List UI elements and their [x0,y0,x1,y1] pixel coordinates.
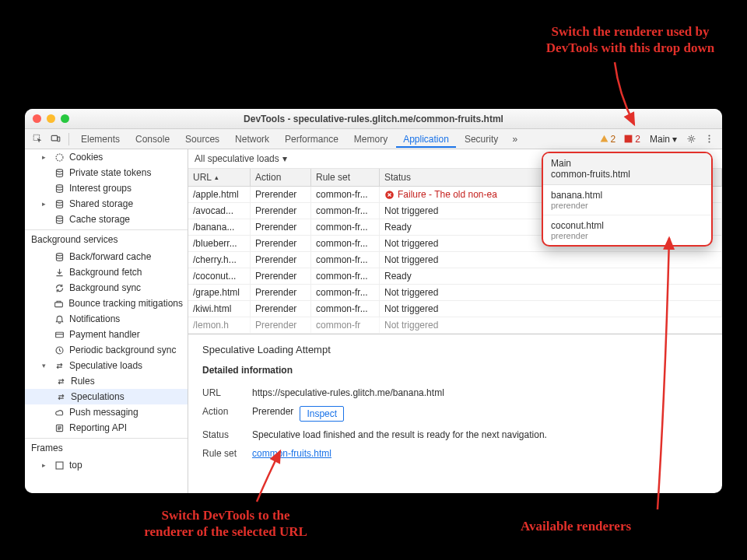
sidebar-item-cache-storage[interactable]: Cache storage [25,212,188,227]
cookies-icon [54,152,65,163]
cell-ruleset: common-fr... [311,285,380,301]
cell-ruleset: common-fr... [311,187,380,203]
titlebar: DevTools - speculative-rules.glitch.me/c… [25,109,722,129]
popup-main-row[interactable]: Main common-fruits.html [543,153,711,185]
sidebar-item-payment-handler[interactable]: Payment handler [25,327,188,342]
cell-action: Prerender [251,203,311,219]
sidebar-item-label: Periodic background sync [69,345,176,355]
tab-console[interactable]: Console [128,131,177,148]
tab-sources[interactable]: Sources [178,131,226,148]
popup-item-sub: prerender [551,201,703,210]
toolbar-divider [68,133,69,145]
sidebar-item-push-messaging[interactable]: Push messaging [25,404,188,420]
more-tabs[interactable]: » [507,132,523,146]
sidebar-item-rules[interactable]: Rules [25,373,188,389]
sidebar-item-interest-groups[interactable]: Interest groups [25,180,188,196]
detail-action-value: Prerender [252,406,293,422]
cell-url: /apple.html [188,187,251,203]
cell-ruleset: common-fr... [311,203,380,219]
popup-item-sub: prerender [551,231,703,240]
bounce-icon [54,299,64,309]
sidebar-item-bounce-tracking-mitigations[interactable]: Bounce tracking mitigations [25,296,188,311]
col-ruleset[interactable]: Rule set [311,169,380,186]
detail-url-label: URL [202,387,246,398]
sync-icon [54,283,65,293]
sidebar-item-back-forward-cache[interactable]: Back/forward cache [25,249,188,264]
errors-badge[interactable]: 2 [620,134,644,145]
tab-network[interactable]: Network [228,131,276,148]
cell-action: Prerender [251,285,311,301]
sidebar-item-cookies[interactable]: ▸Cookies [25,149,188,165]
devtools-toolbar: Elements Console Sources Network Perform… [25,129,722,149]
sidebar-item-background-sync[interactable]: Background sync [25,280,188,296]
sidebar-item-speculative-loads[interactable]: ▾Speculative loads [25,358,188,373]
col-action[interactable]: Action [251,169,311,186]
chevron-down-icon: ▾ [282,153,287,164]
sidebar-item-shared-storage[interactable]: ▸Shared storage [25,196,188,212]
cell-ruleset: common-fr... [311,301,380,317]
tab-application[interactable]: Application [396,131,456,148]
sidebar-item-background-fetch[interactable]: Background fetch [25,264,188,280]
tab-security[interactable]: Security [458,131,505,148]
table-row[interactable]: /grape.htmlPrerendercommon-fr...Not trig… [188,285,722,301]
sidebar-item-label: Interest groups [69,183,132,194]
db-icon [54,184,65,194]
sidebar-item-label: top [69,460,82,471]
cell-url: /kiwi.html [188,301,251,317]
popup-item-name: coconut.html [551,220,703,231]
svg-point-12 [56,215,62,218]
sidebar-item-top[interactable]: ▸top [25,457,188,473]
sidebar-item-private-state-tokens[interactable]: Private state tokens [25,165,188,180]
svg-point-5 [708,135,710,136]
annotation-bottom-right: Available renderers [498,518,654,534]
sidebar-item-label: Rules [71,376,95,387]
cell-url: /cherry.h... [188,252,251,268]
clock-icon [54,345,65,355]
svg-rect-15 [56,332,64,338]
detail-ruleset-label: Rule set [202,448,246,459]
table-row[interactable]: /kiwi.htmlPrerendercommon-fr...Not trigg… [188,301,722,317]
swap-icon [56,392,66,402]
cell-status: Not triggered [380,301,722,317]
sidebar-section-frames: Frames [25,438,188,457]
table-row[interactable]: /cherry.h...Prerendercommon-fr...Not tri… [188,252,722,268]
kebab-menu-icon[interactable] [701,132,717,145]
inspect-button[interactable]: Inspect [300,406,344,422]
svg-rect-14 [55,302,63,306]
svg-point-10 [56,184,62,187]
settings-gear-icon[interactable] [683,132,700,145]
device-mode-icon[interactable] [47,132,64,145]
sidebar-item-speculations[interactable]: Speculations [25,389,188,404]
tab-performance[interactable]: Performance [278,131,345,148]
cell-status: Not triggered [380,252,722,268]
target-dropdown[interactable]: Main ▾ [645,132,682,146]
application-sidebar: ▸CookiesPrivate state tokensInterest gro… [25,149,188,493]
sidebar-item-label: Cache storage [69,214,130,225]
detail-title: Speculative Loading Attempt [202,344,708,355]
inspect-element-icon[interactable] [30,132,46,145]
table-row[interactable]: /coconut...Prerendercommon-fr...Ready [188,268,722,285]
spec-loads-filter[interactable]: All speculative loads ▾ [195,153,287,164]
filter-label: All speculative loads [195,153,279,164]
detail-ruleset-link[interactable]: common-fruits.html [252,448,331,459]
sidebar-section-background-services: Background services [25,229,188,249]
svg-point-11 [56,200,62,202]
tab-elements[interactable]: Elements [74,131,127,148]
popup-main-name: common-fruits.html [551,169,703,180]
sidebar-item-reporting-api[interactable]: Reporting API [25,420,188,436]
col-url[interactable]: URL▴ [188,169,251,186]
cell-ruleset: common-fr... [311,268,380,285]
chevron-right-icon: ▸ [42,200,50,208]
sidebar-item-label: Background sync [69,282,141,293]
tab-memory[interactable]: Memory [347,131,395,148]
popup-main-label: Main [551,158,703,169]
cell-ruleset: common-fr... [311,219,380,236]
sidebar-item-notifications[interactable]: Notifications [25,311,188,327]
warnings-badge[interactable]: 2 [596,134,619,145]
popup-item[interactable]: banana.html prerender [543,185,711,215]
sidebar-item-periodic-background-sync[interactable]: Periodic background sync [25,342,188,358]
download-icon [54,268,65,278]
table-row[interactable]: /lemon.hPrerendercommon-frNot triggered [188,317,722,334]
popup-item[interactable]: coconut.html prerender [543,215,711,245]
svg-point-6 [708,138,710,139]
